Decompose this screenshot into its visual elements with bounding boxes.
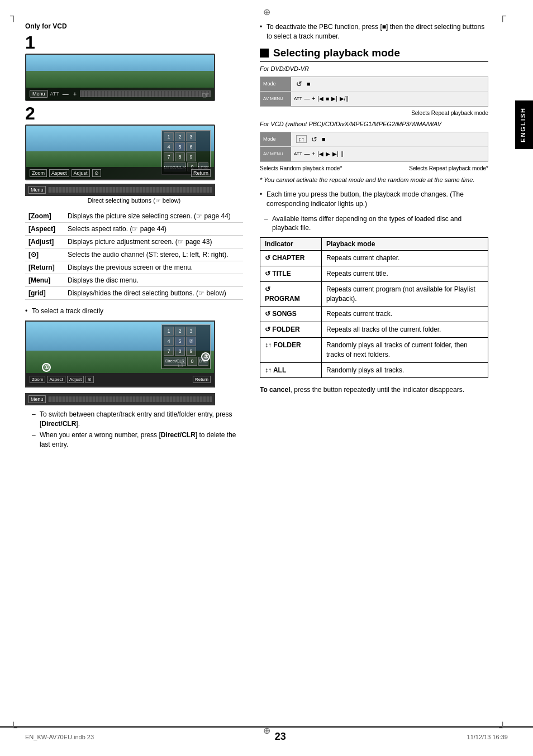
menu-btn3: Menu xyxy=(28,395,46,403)
button-desc: Selects the audio channel (ST: stereo, L… xyxy=(64,248,243,261)
playback-mode-desc: Repeats current program (not available f… xyxy=(322,281,488,307)
button-desc: Displays/hides the direct selecting butt… xyxy=(64,287,243,300)
repeat-icon: ↺ xyxy=(296,80,302,88)
dvd-plus: + xyxy=(312,95,316,102)
progress-bar xyxy=(80,90,211,97)
playback-mode-desc: Repeats current track. xyxy=(322,307,488,322)
page-number: 23 xyxy=(275,731,286,743)
dvd-label: For DVD/DVD-VR xyxy=(260,65,488,72)
vcd-controls-top: ↕↑ ↺ ■ xyxy=(291,135,329,143)
circle1: ① xyxy=(42,363,51,372)
step2-caption: Direct selecting buttons (☞ below) xyxy=(25,197,243,204)
att-label: ATT xyxy=(50,91,59,97)
footer-left-text: EN_KW-AV70EU.indb 23 xyxy=(25,734,94,740)
adjust-btn: Adjust xyxy=(72,169,90,177)
english-tab: ENGLISH xyxy=(515,101,533,149)
button-desc-row: [⊙]Selects the audio channel (ST: stereo… xyxy=(25,248,243,261)
footer-right-text: 11/12/13 16:39 xyxy=(467,734,508,740)
vcd-fwd: ▶ xyxy=(326,151,330,157)
playback-table-row: ↺ SONGSRepeats current track. xyxy=(260,307,488,322)
dvd-prev: |◀ xyxy=(317,95,323,102)
playback-mode-desc: Repeats current chapter. xyxy=(322,251,488,266)
playback-indicator: ↺ PROGRAM xyxy=(260,281,322,307)
track-select-screen: 123 45② 789 Direct/CLR 0 Enter ☞ xyxy=(25,320,215,387)
hand-pointer-icon: ☞ xyxy=(202,90,210,101)
playback-indicator: ↺ SONGS xyxy=(260,307,322,322)
vcd-att-label: ATT xyxy=(294,151,302,156)
dash-list-left: To switch between chapter/track entry an… xyxy=(32,410,243,449)
button-desc-row: [Zoom]Displays the picture size selectin… xyxy=(25,210,243,223)
button-desc: Selects aspect ratio. (☞ page 44) xyxy=(64,223,243,236)
vcd-pause: || xyxy=(341,151,344,157)
dvd-controls-bottom: ATT — + |◀ ■ ▶| ▶/|| xyxy=(291,95,351,102)
playback-table-row: ↺ TITLERepeats current title. xyxy=(260,266,488,281)
dvd-minus: — xyxy=(304,95,310,102)
plus-btn: + xyxy=(73,90,77,97)
available-dash-item: Available items differ depending on the … xyxy=(264,214,488,233)
zoom-s-btn: Zoom xyxy=(30,376,45,383)
right-column: To deactivate the PBC function, press [■… xyxy=(260,22,508,454)
vcd-mode-label: Mode xyxy=(260,132,291,146)
corner-mark-bl: └ xyxy=(10,722,17,734)
section-title-playback: Selecting playback mode xyxy=(260,47,488,62)
button-key: [⊙] xyxy=(25,248,64,261)
dvd-controls-top: ↺ ■ xyxy=(291,80,313,88)
button-key: [Return] xyxy=(25,261,64,274)
dvd-selects-repeat-label: Selects Repeat playback mode xyxy=(260,110,488,116)
button-key: [Aspect] xyxy=(25,223,64,236)
button-desc-row: [Menu]Displays the disc menu. xyxy=(25,274,243,287)
vcd-plus: + xyxy=(312,151,316,157)
aspect-s-btn: Aspect xyxy=(47,376,65,383)
att-label2: ATT xyxy=(294,96,302,101)
playback-indicator: ↺ TITLE xyxy=(260,266,322,281)
vcd-repeat-icon: ↺ xyxy=(311,135,317,143)
vcd-avmenu-label: AV MENU xyxy=(260,147,291,161)
button-desc: Displays the disc menu. xyxy=(64,274,243,287)
corner-mark-tr: ┌ xyxy=(499,10,506,22)
section-label-vcd: Only for VCD xyxy=(25,22,243,30)
bottom-bar xyxy=(48,187,212,193)
dvd-next: ▶| xyxy=(331,95,337,102)
button-desc-row: [Adjust]Displays picture adjustment scre… xyxy=(25,236,243,248)
bullet-select-track: To select a track directly xyxy=(25,307,243,316)
vcd-device-display: Mode ↕↑ ↺ ■ AV MENU ATT — + |◀ ▶ ▶| || xyxy=(260,132,488,162)
dvd-play: ▶/|| xyxy=(340,95,349,102)
button-desc-row: [Return]Displays the previous screen or … xyxy=(25,261,243,274)
playback-mode-desc: Repeats current title. xyxy=(322,266,488,281)
button-desc-row: [Aspect]Selects aspect ratio. (☞ page 44… xyxy=(25,223,243,236)
playback-table-row: ↺ PROGRAMRepeats current program (not av… xyxy=(260,281,488,307)
button-key: [Zoom] xyxy=(25,210,64,223)
bullet-list-left: To select a track directly xyxy=(25,307,243,316)
hand-icon2: ☞ xyxy=(177,358,186,371)
pbc-bullet-item: To deactivate the PBC function, press [■… xyxy=(260,22,488,41)
each-time-bullet-list: Each time you press the button, the play… xyxy=(260,190,488,209)
playback-mode-table: Indicator Playback mode ↺ CHAPTERRepeats… xyxy=(260,237,488,378)
return-s-btn: Return xyxy=(193,376,211,383)
menu-btn: Menu xyxy=(30,90,48,98)
aspect-btn: Aspect xyxy=(49,169,69,177)
button-desc: Displays the previous screen or the menu… xyxy=(64,261,243,274)
playback-mode-desc: Randomly plays all tracks. xyxy=(322,362,488,378)
playback-indicator: ↺ FOLDER xyxy=(260,322,322,338)
playback-indicator: ↕↑ ALL xyxy=(260,362,322,378)
selects-label-row: Selects Random playback mode* Selects Re… xyxy=(260,165,488,171)
menu-btn2: Menu xyxy=(28,186,46,194)
dvd-mode-label: Mode xyxy=(260,77,291,91)
playback-table-row: ↕↑ ALLRandomly plays all tracks. xyxy=(260,362,488,378)
circle-btn: ⊙ xyxy=(92,169,101,177)
vcd-next: ▶| xyxy=(332,151,339,157)
cancel-bold: To cancel xyxy=(260,386,290,394)
playback-table-row: ↺ CHAPTERRepeats current chapter. xyxy=(260,251,488,266)
button-key: [Menu] xyxy=(25,274,64,287)
available-dash-list: Available items differ depending on the … xyxy=(264,214,488,233)
vcd-minus: — xyxy=(304,151,310,157)
corner-mark-tl: ┐ xyxy=(10,10,17,22)
step1-number: 1 xyxy=(25,34,243,51)
bottom-bar2 xyxy=(48,396,212,402)
zoom-btn: Zoom xyxy=(30,169,47,177)
button-key: [grid] xyxy=(25,287,64,300)
vcd-label: For VCD (without PBC)/CD/DivX/MPEG1/MPEG… xyxy=(260,121,488,127)
circle-s-btn: ⊙ xyxy=(85,376,94,383)
step1-screen: Menu ATT — + ☞ xyxy=(25,54,215,101)
selects-repeat-label: Selects Repeat playback mode* xyxy=(409,165,488,171)
